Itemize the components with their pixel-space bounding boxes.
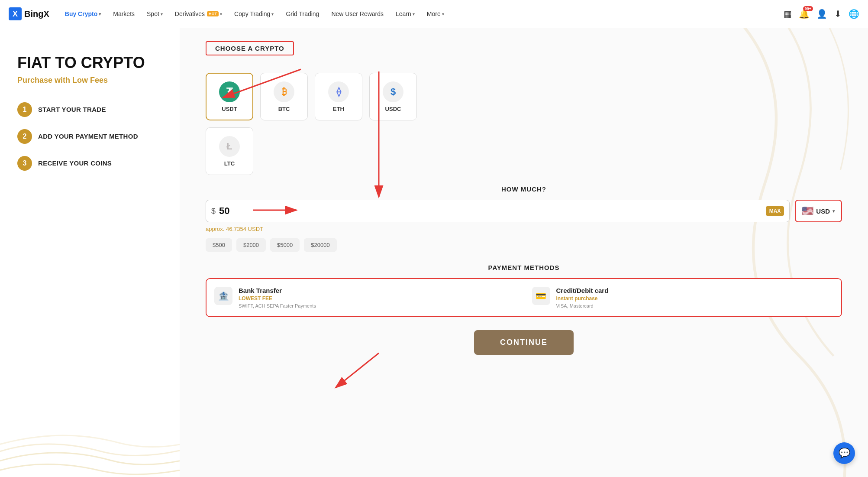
crypto-eth[interactable]: ⟠ ETH: [315, 73, 362, 120]
currency-chevron-icon: ▾: [833, 208, 835, 214]
nav-markets[interactable]: Markets: [108, 8, 140, 20]
eth-icon: ⟠: [328, 81, 349, 102]
crypto-grid: ₮ USDT ₿ BTC ⟠ ETH $ USDC: [206, 73, 842, 120]
step-3-label: RECEIVE YOUR COINS: [38, 159, 112, 167]
usdt-label: USDT: [222, 106, 237, 112]
bank-transfer-icon: 🏦: [214, 287, 232, 305]
card-payment-info: Credit/Debit card Instant purchase VISA,…: [556, 287, 834, 308]
card-payment-option[interactable]: 💳 Credit/Debit card Instant purchase VIS…: [524, 279, 842, 316]
chart-icon[interactable]: ▦: [784, 9, 792, 19]
nav-new-user-rewards[interactable]: New User Rewards: [326, 8, 389, 20]
amount-input-wrap: $ 50 MAX: [206, 200, 790, 222]
buy-crypto-chevron: ▾: [99, 12, 101, 16]
crypto-btc[interactable]: ₿ BTC: [260, 73, 308, 120]
nav-learn[interactable]: Learn ▾: [390, 8, 420, 20]
step-1-label: START YOUR TRADE: [38, 106, 106, 113]
sidebar-title: FIAT TO CRYPTO: [17, 54, 162, 71]
download-icon[interactable]: ⬇: [834, 9, 842, 19]
crypto-ltc[interactable]: Ł LTC: [206, 127, 253, 175]
logo-text: BingX: [24, 9, 49, 19]
quick-2000[interactable]: $2000: [236, 238, 266, 252]
crypto-usdc[interactable]: $ USDC: [369, 73, 417, 120]
card-payment-sub2: VISA, Mastercard: [556, 303, 834, 308]
card-payment-subtitle: Instant purchase: [556, 295, 834, 302]
btc-label: BTC: [278, 106, 290, 112]
globe-icon[interactable]: 🌐: [849, 9, 859, 19]
copy-trading-chevron: ▾: [271, 12, 274, 16]
more-chevron: ▾: [442, 12, 444, 16]
payment-methods-label: PAYMENT METHODS: [206, 264, 842, 271]
ltc-icon: Ł: [219, 136, 240, 157]
nav-derivatives[interactable]: Derivatives HOT ▾: [170, 8, 227, 20]
nav-spot[interactable]: Spot ▾: [142, 8, 168, 20]
nav-grid-trading[interactable]: Grid Trading: [281, 8, 324, 20]
bell-icon[interactable]: 🔔 99+: [799, 9, 810, 19]
nav-more[interactable]: More ▾: [422, 8, 449, 20]
main-panel: CHOOSE A CRYPTO ₮ USDT ₿ BTC ⟠ ETH $ USD…: [180, 28, 868, 477]
usdc-label: USDC: [385, 106, 401, 112]
continue-button[interactable]: CONTINUE: [474, 330, 574, 355]
quick-20000[interactable]: $20000: [304, 238, 336, 252]
currency-label: USD: [816, 208, 830, 215]
usdc-icon: $: [383, 81, 403, 102]
quick-5000[interactable]: $5000: [270, 238, 300, 252]
usdt-icon: ₮: [219, 81, 240, 102]
approx-text: approx. 46.7354 USDT: [206, 226, 842, 232]
us-flag-icon: 🇺🇸: [802, 205, 813, 217]
sidebar-subtitle: Purchase with Low Fees: [17, 76, 162, 85]
currency-selector[interactable]: 🇺🇸 USD ▾: [795, 200, 842, 222]
main-nav: Buy Crypto ▾ Markets Spot ▾ Derivatives …: [60, 8, 784, 20]
eth-label: ETH: [333, 106, 344, 112]
user-icon[interactable]: 👤: [816, 9, 827, 19]
amount-value[interactable]: 50: [219, 205, 766, 217]
bank-transfer-subtitle: LOWEST FEE: [239, 295, 516, 302]
choose-crypto-section: CHOOSE A CRYPTO ₮ USDT ₿ BTC ⟠ ETH $ USD…: [206, 41, 842, 175]
learn-chevron: ▾: [413, 12, 415, 16]
nav-buy-crypto[interactable]: Buy Crypto ▾: [60, 8, 106, 20]
spot-chevron: ▾: [161, 12, 163, 16]
notification-badge: 99+: [803, 6, 813, 11]
bank-transfer-title: Bank Transfer: [239, 287, 516, 294]
main-content: FIAT TO CRYPTO Purchase with Low Fees 1 …: [0, 28, 868, 477]
continue-section: CONTINUE: [206, 330, 842, 363]
btc-icon: ₿: [274, 81, 294, 102]
quick-amounts: $500 $2000 $5000 $20000: [206, 238, 842, 252]
step-3-number: 3: [17, 156, 32, 171]
crypto-row-2: Ł LTC: [206, 127, 842, 175]
quick-500[interactable]: $500: [206, 238, 232, 252]
logo[interactable]: X BingX: [9, 7, 49, 20]
steps-list: 1 START YOUR TRADE 2 ADD YOUR PAYMENT ME…: [17, 102, 162, 171]
header: X BingX Buy Crypto ▾ Markets Spot ▾ Deri…: [0, 0, 868, 28]
ltc-label: LTC: [224, 160, 235, 167]
nav-copy-trading[interactable]: Copy Trading ▾: [229, 8, 279, 20]
bank-transfer-option[interactable]: 🏦 Bank Transfer LOWEST FEE SWIFT, ACH SE…: [207, 279, 524, 316]
choose-crypto-label: CHOOSE A CRYPTO: [206, 41, 294, 55]
crypto-usdt[interactable]: ₮ USDT: [206, 73, 253, 120]
header-actions: ▦ 🔔 99+ 👤 ⬇ 🌐: [784, 9, 859, 19]
step-3: 3 RECEIVE YOUR COINS: [17, 156, 162, 171]
how-much-section: HOW MUCH? $ 50 MAX 🇺🇸 USD ▾ approx. 46.7…: [206, 185, 842, 252]
step-2-number: 2: [17, 129, 32, 144]
how-much-label: HOW MUCH?: [206, 185, 842, 193]
bank-transfer-sub2: SWIFT, ACH SEPA Faster Payments: [239, 303, 516, 308]
logo-x-icon: X: [9, 7, 22, 20]
chat-button[interactable]: 💬: [833, 442, 855, 464]
sidebar: FIAT TO CRYPTO Purchase with Low Fees 1 …: [0, 28, 180, 477]
step-1: 1 START YOUR TRADE: [17, 102, 162, 117]
card-payment-title: Credit/Debit card: [556, 287, 834, 294]
step-2-label: ADD YOUR PAYMENT METHOD: [38, 133, 138, 140]
dollar-sign: $: [211, 207, 216, 216]
step-1-number: 1: [17, 102, 32, 117]
bank-transfer-info: Bank Transfer LOWEST FEE SWIFT, ACH SEPA…: [239, 287, 516, 308]
step-2: 2 ADD YOUR PAYMENT METHOD: [17, 129, 162, 144]
derivatives-chevron: ▾: [220, 12, 222, 16]
card-payment-icon: 💳: [532, 287, 550, 305]
payment-methods-section: PAYMENT METHODS 🏦 Bank Transfer LOWEST F…: [206, 264, 842, 317]
amount-row: $ 50 MAX 🇺🇸 USD ▾: [206, 200, 842, 222]
max-button[interactable]: MAX: [766, 206, 784, 216]
chat-icon: 💬: [839, 448, 850, 459]
payment-methods-container: 🏦 Bank Transfer LOWEST FEE SWIFT, ACH SE…: [206, 278, 842, 317]
